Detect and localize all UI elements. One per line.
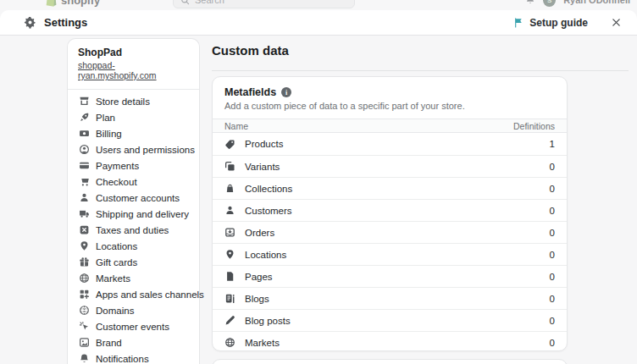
- sidebar-item-store-details[interactable]: Store details: [73, 93, 194, 109]
- sidebar-item-label: Apps and sales channels: [96, 290, 204, 300]
- metafield-row-blog-posts[interactable]: Blog posts0: [213, 309, 567, 331]
- metafield-definition-count: 0: [550, 228, 555, 238]
- metafield-row-products[interactable]: Products1: [213, 133, 567, 155]
- user-name[interactable]: Ryan ODonnell: [563, 0, 630, 5]
- setup-guide-label: Setup guide: [529, 17, 588, 29]
- metafield-definition-count: 0: [550, 272, 555, 282]
- shopify-bag-icon: [46, 0, 57, 7]
- sidebar-item-checkout[interactable]: Checkout: [73, 174, 194, 190]
- sidebar-item-brand[interactable]: Brand: [73, 334, 194, 350]
- sidebar-item-markets[interactable]: Markets: [73, 270, 194, 286]
- setup-guide-button[interactable]: Setup guide: [513, 17, 588, 29]
- metafield-row-label: Variants: [245, 162, 280, 172]
- sidebar-item-notifications[interactable]: Notifications: [73, 350, 194, 364]
- metafield-row-collections[interactable]: Collections0: [213, 177, 567, 199]
- storefront-icon: [79, 96, 90, 107]
- store-header: ShopPad shoppad-ryan.myshopify.com: [68, 39, 199, 90]
- sidebar-item-plan[interactable]: Plan: [73, 109, 194, 125]
- store-name: ShopPad: [78, 47, 189, 58]
- sidebar-item-label: Brand: [96, 338, 122, 348]
- sidebar-item-domains[interactable]: Domains: [73, 302, 194, 318]
- pin-icon: [224, 249, 235, 260]
- column-definitions: Definitions: [513, 121, 555, 131]
- metafield-row-orders[interactable]: Orders0: [213, 221, 567, 243]
- column-name: Name: [224, 121, 248, 131]
- bag-icon: [224, 183, 235, 194]
- metafield-row-label: Pages: [245, 272, 273, 282]
- image-frame-icon: [79, 337, 90, 348]
- metafield-row-pages[interactable]: Pages0: [213, 265, 567, 287]
- credit-card-icon: [79, 160, 90, 171]
- settings-sidebar: ShopPad shoppad-ryan.myshopify.com Store…: [67, 38, 200, 364]
- search-placeholder: Search: [195, 0, 224, 5]
- metafield-row-label: Locations: [245, 250, 286, 260]
- sidebar-item-users-and-permissions[interactable]: Users and permissions: [73, 141, 194, 157]
- sidebar-item-shipping-and-delivery[interactable]: Shipping and delivery: [73, 206, 194, 222]
- sidebar-item-taxes-and-duties[interactable]: Taxes and duties: [73, 222, 194, 238]
- metafield-row-label: Products: [245, 139, 283, 149]
- sidebar-item-label: Markets: [96, 273, 130, 284]
- page-icon: [224, 271, 235, 282]
- sidebar-item-label: Billing: [96, 129, 122, 139]
- notifications-bell-icon[interactable]: [525, 0, 535, 5]
- metafield-row-label: Blog posts: [245, 316, 291, 326]
- metafield-row-customers[interactable]: Customers0: [213, 199, 567, 221]
- domain-globe-icon: [79, 305, 90, 316]
- sidebar-item-label: Locations: [96, 241, 137, 251]
- page-title: Settings: [44, 16, 87, 29]
- close-icon[interactable]: [608, 15, 623, 30]
- metafield-row-variants[interactable]: Variants0: [213, 155, 567, 177]
- settings-nav: Store detailsPlanBillingUsers and permis…: [68, 90, 199, 364]
- tag-icon: [224, 139, 235, 150]
- user-circle-icon: [79, 144, 90, 155]
- sidebar-item-label: Notifications: [96, 354, 149, 364]
- metafield-row-blogs[interactable]: Blogs0: [213, 287, 567, 309]
- sidebar-item-payments[interactable]: Payments: [73, 157, 194, 174]
- metafield-definition-count: 0: [550, 250, 555, 260]
- pencil-icon: [224, 315, 235, 326]
- sidebar-item-label: Store details: [96, 97, 150, 107]
- metafield-row-label: Orders: [245, 228, 274, 238]
- admin-topbar: shopify Search S Ryan ODonnell: [0, 0, 637, 10]
- metafield-definition-count: 0: [550, 184, 555, 194]
- sidebar-item-billing[interactable]: Billing: [73, 125, 194, 141]
- sidebar-item-label: Customer accounts: [96, 193, 180, 203]
- shopify-logo[interactable]: shopify: [46, 0, 100, 7]
- sidebar-item-label: Gift cards: [96, 257, 137, 267]
- shopify-logo-text: shopify: [61, 0, 100, 7]
- flag-icon: [513, 18, 523, 28]
- person-icon: [224, 205, 235, 216]
- sidebar-item-apps-and-sales-channels[interactable]: Apps and sales channels: [73, 286, 194, 302]
- metafield-row-locations[interactable]: Locations0: [213, 243, 567, 265]
- sidebar-item-label: Taxes and duties: [96, 225, 169, 235]
- info-icon[interactable]: i: [281, 87, 291, 97]
- bell-icon: [79, 353, 90, 364]
- metafield-row-label: Blogs: [245, 294, 269, 304]
- truck-icon: [79, 208, 90, 219]
- metafield-row-label: Markets: [245, 338, 280, 348]
- pin-icon: [79, 240, 90, 251]
- metafield-definition-count: 0: [550, 338, 555, 348]
- gift-icon: [79, 256, 90, 267]
- settings-header: Settings Setup guide: [0, 10, 637, 36]
- user-avatar[interactable]: S: [543, 0, 556, 7]
- metafield-definition-count: 0: [550, 162, 555, 172]
- store-domain-link[interactable]: shoppad-ryan.myshopify.com: [78, 60, 189, 80]
- next-card-peek: [212, 359, 568, 364]
- metafields-subtitle: Add a custom piece of data to a specific…: [224, 101, 555, 111]
- metafield-row-markets[interactable]: Markets0: [213, 331, 567, 351]
- metafield-definition-count: 0: [550, 316, 555, 326]
- metafield-row-label: Customers: [245, 206, 292, 216]
- sidebar-item-customer-accounts[interactable]: Customer accounts: [73, 190, 194, 206]
- sidebar-item-gift-cards[interactable]: Gift cards: [73, 254, 194, 270]
- tax-square-icon: [79, 224, 90, 235]
- search-input[interactable]: Search: [173, 0, 355, 8]
- sidebar-item-locations[interactable]: Locations: [73, 238, 194, 254]
- title-divider: [212, 70, 629, 71]
- copies-icon: [224, 161, 235, 172]
- main-page-title: Custom data: [212, 43, 289, 58]
- metafields-card: Metafields i Add a custom piece of data …: [212, 76, 568, 351]
- sidebar-item-customer-events[interactable]: Customer events: [73, 318, 194, 334]
- globe-icon: [224, 337, 235, 348]
- sidebar-item-label: Plan: [96, 113, 115, 123]
